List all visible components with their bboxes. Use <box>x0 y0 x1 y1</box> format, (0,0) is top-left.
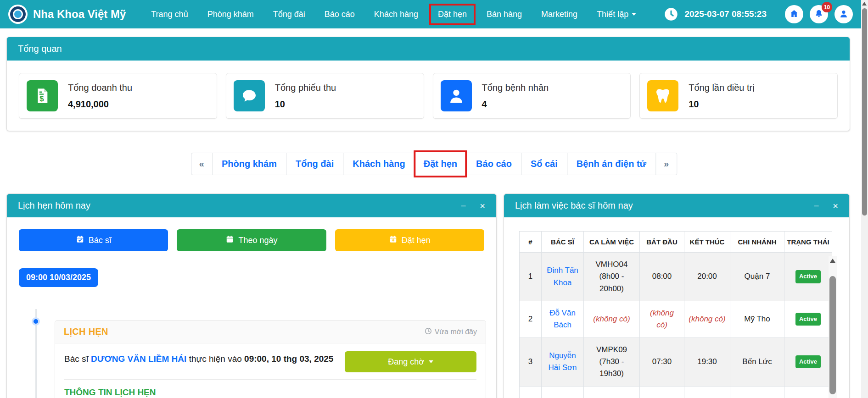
user-profile-button[interactable] <box>834 5 853 23</box>
navbar-right: 2025-03-07 08:55:23 10 <box>664 5 853 23</box>
appointments-panel-header: Lịch hẹn hôm nay − × <box>7 194 496 217</box>
stat-label: Tổng doanh thu <box>68 83 132 93</box>
stat-value: 10 <box>689 99 754 110</box>
nav-item-phong-kham[interactable]: Phòng khám <box>198 5 263 24</box>
status-badge: Active <box>795 313 821 326</box>
overview-header: Tổng quan <box>7 37 850 61</box>
scroll-up-icon[interactable] <box>830 259 835 263</box>
home-icon <box>789 9 799 20</box>
time-ago: Vừa mới đây <box>425 327 477 337</box>
scroll-up-icon[interactable] <box>862 2 867 6</box>
nav-item-dat-hen-highlighted[interactable]: Đặt hẹn <box>429 4 476 25</box>
tab-khach-hang[interactable]: Khách hàng <box>343 153 414 175</box>
status-dropdown-button[interactable]: Đang chờ <box>345 351 476 372</box>
col-branch: CHI NHÁNH <box>730 232 784 253</box>
nav-item-marketing[interactable]: Marketing <box>532 5 587 24</box>
schedule-panel-header: Lịch làm việc bác sĩ hôm nay − × <box>504 194 849 217</box>
stat-label: Tổng lần điều trị <box>689 83 754 93</box>
nav-item-bao-cao[interactable]: Báo cáo <box>315 5 364 24</box>
by-date-view-button[interactable]: Theo ngày <box>177 229 326 251</box>
stat-card-treatments: Tổng lần điều trị 10 <box>639 73 838 119</box>
calendar-plus-icon <box>389 235 398 246</box>
close-icon[interactable]: × <box>833 201 838 210</box>
stat-value: 4,910,000 <box>68 99 132 110</box>
calendar-check-icon <box>76 235 84 246</box>
table-header-row: # BÁC SĨ CA LÀM VIỆC BẮT ĐẦU KẾT THÚC CH… <box>520 232 832 253</box>
appointments-panel-title: Lịch hẹn hôm nay <box>18 200 90 211</box>
doctor-name-link[interactable]: DƯƠNG VĂN LIỀM HÁI <box>91 354 186 364</box>
doctor-link[interactable]: Đỗ Văn Bách <box>549 309 576 329</box>
brand[interactable]: Nha Khoa Việt Mỹ <box>8 5 126 24</box>
appointments-panel-body: Bác sĩ Theo ngày <box>7 217 496 398</box>
caret-down-icon <box>632 13 636 16</box>
schedule-panel-body: # BÁC SĨ CA LÀM VIỆC BẮT ĐẦU KẾT THÚC CH… <box>504 217 849 398</box>
minimize-icon[interactable]: − <box>814 201 819 210</box>
table-scrollbar[interactable] <box>829 256 837 398</box>
nav-item-trang-chu[interactable]: Trang chủ <box>141 5 197 24</box>
tooth-icon <box>647 80 678 111</box>
tab-so-cai[interactable]: Sổ cái <box>521 153 567 175</box>
table-row-partial <box>520 386 832 398</box>
brand-title: Nha Khoa Việt Mỹ <box>33 8 126 21</box>
invoice-dollar-icon: $ <box>27 80 58 111</box>
status-badge: Active <box>795 355 821 368</box>
nav-item-ban-hang[interactable]: Bán hàng <box>477 5 532 24</box>
appointment-time: 09:00, 10 thg 03, 2025 <box>244 354 333 364</box>
calendar-icon <box>225 235 234 246</box>
table-row: 3 Nguyễn Hải Sơn VMPK09 (7h30 - 19h30) 0… <box>520 337 832 386</box>
tab-tong-dai[interactable]: Tổng đài <box>286 153 343 175</box>
small-clock-icon <box>425 327 432 337</box>
quick-tabs-bar: « Phòng khám Tổng đài Khách hàng Đặt hẹn… <box>191 153 677 175</box>
stat-value: 4 <box>482 99 549 110</box>
home-button[interactable] <box>785 5 803 23</box>
svg-text:$: $ <box>39 94 44 103</box>
table-scrollbar-thumb[interactable] <box>829 276 836 394</box>
tab-dat-hen-highlighted[interactable]: Đặt hẹn <box>414 150 467 177</box>
stat-card-revenue: $ Tổng doanh thu 4,910,000 <box>19 73 217 119</box>
doctor-link[interactable]: Nguyễn Hải Sơn <box>548 351 577 372</box>
stat-label: Tổng phiếu thu <box>275 83 336 93</box>
appointment-card: LỊCH HẸN Vừa mới đây Bác sĩ DƯƠNG VĂN LI… <box>55 320 486 398</box>
appointment-actions: Bác sĩ Theo ngày <box>19 229 484 251</box>
page-scrollbar[interactable] <box>861 0 868 398</box>
top-navbar: Nha Khoa Việt Mỹ Trang chủ Phòng khám Tổ… <box>0 0 861 28</box>
caret-down-icon <box>429 360 433 363</box>
tabs-next-button[interactable]: » <box>655 153 677 175</box>
notifications-button[interactable]: 10 <box>810 5 828 23</box>
table-row: 2 Đỗ Văn Bách (không có) (không có) (khô… <box>520 301 832 338</box>
dental-dashboard-page: Nha Khoa Việt Mỹ Trang chủ Phòng khám Tổ… <box>0 0 868 398</box>
timeline-dot <box>32 317 40 326</box>
current-datetime: 2025-03-07 08:55:23 <box>684 9 767 19</box>
doctor-view-button[interactable]: Bác sĩ <box>19 229 168 251</box>
col-doctor: BÁC SĨ <box>542 232 584 253</box>
doctor-link[interactable]: Đinh Tấn Khoa <box>547 266 578 287</box>
tabs-prev-button[interactable]: « <box>191 153 212 175</box>
nav-item-thiet-lap[interactable]: Thiết lập <box>587 5 646 24</box>
table-row: 1 Đinh Tấn Khoa VMHO04 (8h00 - 20h00) 08… <box>520 253 832 301</box>
close-icon[interactable]: × <box>480 201 485 210</box>
doctor-schedule-panel: Lịch làm việc bác sĩ hôm nay − × # BÁC S… <box>504 193 850 398</box>
doctor-schedule-table: # BÁC SĨ CA LÀM VIỆC BẮT ĐẦU KẾT THÚC CH… <box>519 231 832 398</box>
minimize-icon[interactable]: − <box>461 201 466 210</box>
col-status: TRẠNG THÁI <box>784 232 832 253</box>
tab-bao-cao[interactable]: Báo cáo <box>466 153 521 175</box>
divider <box>64 379 476 380</box>
notification-count-badge: 10 <box>822 2 832 12</box>
appointment-card-header: LỊCH HẸN Vừa mới đây <box>55 321 486 343</box>
stat-cards-row: $ Tổng doanh thu 4,910,000 Tổng phiếu th… <box>7 61 850 131</box>
user-icon <box>839 9 849 20</box>
tab-phong-kham[interactable]: Phòng khám <box>212 153 286 175</box>
col-start: BẮT ĐẦU <box>640 232 684 253</box>
col-end: KẾT THÚC <box>684 232 730 253</box>
chat-bubble-icon <box>234 80 265 111</box>
page-scrollbar-thumb[interactable] <box>862 8 867 216</box>
col-index: # <box>520 232 542 253</box>
nav-item-khach-hang[interactable]: Khách hàng <box>364 5 428 24</box>
nav-item-tong-dai[interactable]: Tổng đài <box>263 5 315 24</box>
schedule-panel-title: Lịch làm việc bác sĩ hôm nay <box>515 200 633 211</box>
status-badge: Active <box>795 270 821 283</box>
timeline-time-badge: 09:00 10/03/2025 <box>19 268 98 287</box>
create-appointment-button[interactable]: Đặt hẹn <box>335 229 484 251</box>
tab-benh-an-dien-tu[interactable]: Bệnh án điện tử <box>567 153 655 175</box>
appointment-card-body: Bác sĩ DƯƠNG VĂN LIỀM HÁI thực hiện vào … <box>55 343 486 398</box>
